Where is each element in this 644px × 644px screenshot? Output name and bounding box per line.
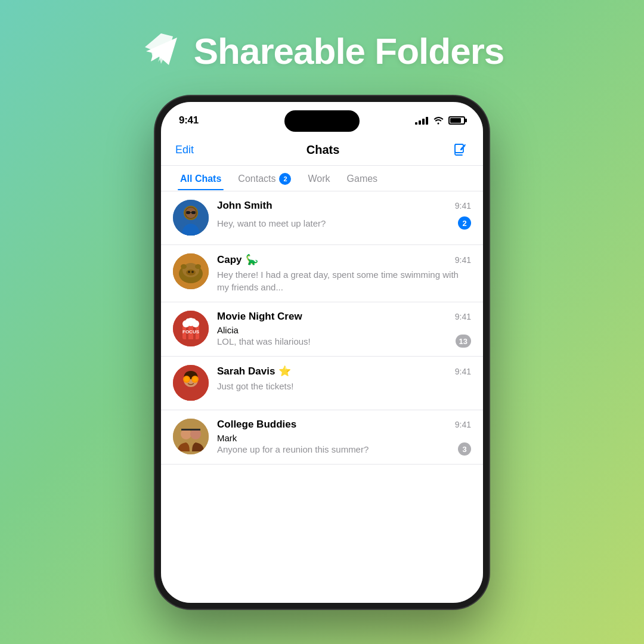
chat-preview-capy: Hey there! I had a great day, spent some… (217, 268, 471, 293)
chat-preview-john-smith: Hey, want to meet up later? (217, 217, 326, 230)
chat-right-john-smith: 2 (458, 214, 471, 230)
unread-badge-movie: 13 (456, 335, 471, 348)
tabs-bar: All Chats Contacts 2 Work Games (161, 166, 483, 191)
status-time: 9:41 (179, 114, 199, 126)
chat-header-college-buddies: College Buddies 9:41 (217, 419, 471, 431)
chat-item-capy[interactable]: Capy 🦕 9:41 Hey there! I had a great day… (161, 245, 483, 302)
chat-time-sarah-davis: 9:41 (455, 367, 471, 376)
unread-badge-john-smith: 2 (458, 216, 471, 230)
avatar-image-john (173, 200, 209, 236)
chat-time-john-smith: 9:41 (455, 201, 471, 210)
svg-rect-7 (191, 211, 196, 214)
tab-games[interactable]: Games (340, 166, 385, 190)
svg-point-13 (188, 271, 190, 273)
chat-right-college: 3 (458, 440, 471, 456)
svg-point-32 (193, 377, 197, 382)
chat-item-john-smith[interactable]: John Smith 9:41 Hey, want to meet up lat… (161, 191, 483, 245)
page-title: Shareable Folders (194, 30, 504, 72)
chat-info-capy: Capy 🦕 9:41 Hey there! I had a great day… (217, 253, 471, 293)
signal-bar-2 (419, 120, 421, 125)
status-icons (415, 116, 465, 125)
avatar-image-capy (173, 253, 209, 289)
header-area: Shareable Folders (140, 0, 504, 90)
chat-preview-sarah-davis: Just got the tickets! (217, 380, 471, 392)
app-content: Edit Chats All C (161, 134, 483, 603)
chat-info-movie-night-crew: Movie Night Crew 9:41 Alicia LOL, that w… (217, 311, 471, 348)
edit-button[interactable]: Edit (175, 144, 194, 156)
chat-item-movie-night-crew[interactable]: FOCUS Movie Night Crew 9:41 Alicia (161, 302, 483, 357)
svg-text:FOCUS: FOCUS (182, 329, 200, 335)
chat-info-college-buddies: College Buddies 9:41 Mark Anyone up for … (217, 419, 471, 456)
svg-point-15 (181, 264, 187, 269)
avatar-college-buddies (173, 419, 209, 454)
tab-contacts[interactable]: Contacts 2 (231, 166, 298, 191)
chat-name-movie-night-crew: Movie Night Crew (217, 311, 302, 323)
signal-bar-3 (422, 119, 425, 125)
compose-button[interactable] (452, 141, 469, 158)
chats-title: Chats (306, 143, 340, 157)
svg-point-16 (195, 264, 201, 269)
chat-name-college-buddies: College Buddies (217, 419, 296, 431)
chat-item-sarah-davis[interactable]: Sarah Davis ⭐ 9:41 Just got the tickets! (161, 357, 483, 410)
svg-rect-6 (186, 211, 190, 214)
chat-name-sarah-davis: Sarah Davis ⭐ (217, 365, 291, 377)
chat-name-capy: Capy 🦕 (217, 253, 258, 266)
nav-bar: Edit Chats (161, 134, 483, 166)
chat-item-college-buddies[interactable]: College Buddies 9:41 Mark Anyone up for … (161, 410, 483, 465)
avatar-john-smith (173, 200, 209, 236)
unread-badge-college: 3 (458, 442, 471, 456)
signal-bar-1 (415, 122, 417, 125)
svg-point-14 (191, 271, 194, 273)
phone-frame: 9:41 (155, 96, 489, 609)
signal-bar-4 (426, 117, 428, 125)
svg-point-12 (186, 270, 196, 275)
chat-time-college-buddies: 9:41 (455, 420, 471, 429)
svg-rect-36 (181, 429, 191, 431)
wifi-icon (433, 116, 444, 125)
battery-icon (448, 116, 465, 125)
chat-header-capy: Capy 🦕 9:41 (217, 253, 471, 266)
chat-time-movie-night-crew: 9:41 (455, 312, 471, 321)
avatar-image-movie: FOCUS (173, 311, 209, 346)
contacts-badge: 2 (279, 173, 291, 185)
avatar-sarah-davis (173, 365, 209, 401)
tab-work[interactable]: Work (301, 166, 337, 190)
chat-info-john-smith: John Smith 9:41 Hey, want to meet up lat… (217, 200, 471, 230)
chat-preview-college-buddies: Anyone up for a reunion this summer? (217, 443, 369, 456)
chat-preview-movie-night-crew: LOL, that was hilarious! (217, 335, 311, 348)
chat-time-capy: 9:41 (455, 255, 471, 265)
svg-point-25 (190, 318, 196, 324)
chat-header-sarah-davis: Sarah Davis ⭐ 9:41 (217, 365, 471, 377)
svg-point-31 (184, 377, 189, 382)
chat-header-john-smith: John Smith 9:41 (217, 200, 471, 212)
compose-icon (453, 143, 467, 157)
chat-list: John Smith 9:41 Hey, want to meet up lat… (161, 191, 483, 465)
dynamic-island (284, 110, 360, 132)
capy-emoji: 🦕 (246, 253, 258, 266)
chat-name-john-smith: John Smith (217, 200, 273, 212)
tab-all-chats[interactable]: All Chats (173, 166, 228, 190)
signal-bars-icon (415, 116, 428, 125)
battery-fill (450, 118, 461, 123)
chat-info-sarah-davis: Sarah Davis ⭐ 9:41 Just got the tickets! (217, 365, 471, 392)
avatar-movie-night-crew: FOCUS (173, 311, 209, 346)
telegram-logo-icon (140, 30, 182, 72)
svg-rect-37 (191, 429, 200, 431)
phone-mockup: 9:41 (155, 96, 489, 609)
sarah-emoji: ⭐ (278, 365, 291, 377)
chat-header-movie-night-crew: Movie Night Crew 9:41 (217, 311, 471, 323)
chat-sender-college: Mark (217, 433, 369, 443)
chat-sender-movie: Alicia (217, 325, 311, 335)
avatar-image-sarah (173, 365, 209, 401)
chat-right-movie: 13 (456, 332, 471, 348)
avatar-image-college (173, 419, 209, 454)
avatar-capy (173, 253, 209, 289)
